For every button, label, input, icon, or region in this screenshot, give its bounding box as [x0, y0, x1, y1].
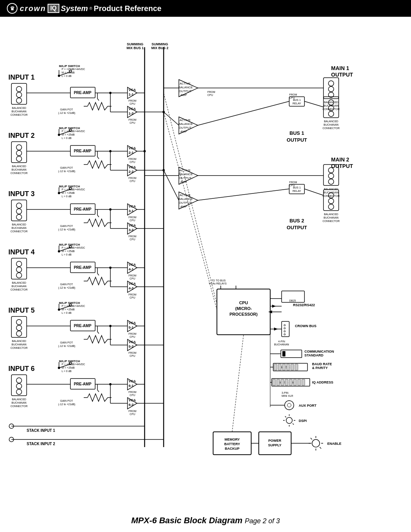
- svg-text:M = +25dB: M = +25dB: [62, 133, 75, 136]
- svg-text:OUTPUT: OUTPUT: [331, 163, 353, 169]
- svg-text:PRE-AMP: PRE-AMP: [74, 149, 91, 153]
- svg-text:BUS 1: BUS 1: [293, 186, 301, 189]
- svg-rect-376: [282, 351, 285, 356]
- svg-text:INPUT 1: INPUT 1: [8, 73, 35, 81]
- svg-text:6-2: 6-2: [129, 403, 134, 407]
- svg-point-221: [16, 383, 22, 389]
- svg-text:P = +25dB/+44VDC: P = +25dB/+44VDC: [62, 363, 85, 366]
- svg-text:FROM: FROM: [289, 93, 297, 96]
- crown-logo: ♛ crown IQ System ® Product Reference: [6, 3, 161, 14]
- svg-text:AMP: AMP: [180, 93, 187, 97]
- svg-text:STACK INPUT 2: STACK INPUT 2: [27, 442, 55, 446]
- svg-point-220: [16, 378, 22, 383]
- svg-rect-397: [289, 379, 292, 385]
- svg-text:AUX PORT: AUX PORT: [299, 404, 317, 407]
- svg-text:BALANCED: BALANCED: [12, 281, 26, 284]
- svg-text:CONNECTOR: CONNECTOR: [11, 113, 28, 116]
- svg-text:CONNECTOR: CONNECTOR: [323, 195, 340, 197]
- svg-text:P = +25dB/+44VDC: P = +25dB/+44VDC: [62, 246, 85, 249]
- svg-text:3-1: 3-1: [129, 209, 134, 213]
- svg-text:4-1: 4-1: [129, 267, 134, 271]
- svg-rect-400: [302, 379, 305, 385]
- svg-text:CONNECTOR: CONNECTOR: [323, 108, 340, 110]
- svg-text:& PARITY: & PARITY: [312, 366, 328, 370]
- svg-text:INPUT 3: INPUT 3: [8, 190, 35, 198]
- svg-text:ACTIVE: ACTIVE: [180, 169, 191, 172]
- svg-text:VCA: VCA: [129, 204, 136, 208]
- svg-text:(-12 to +21dB): (-12 to +21dB): [58, 112, 75, 115]
- svg-text:ACTIVE: ACTIVE: [180, 82, 191, 85]
- svg-point-54: [16, 156, 22, 161]
- svg-text:RELAY: RELAY: [293, 190, 301, 192]
- svg-text:BAUD RATE: BAUD RATE: [312, 362, 332, 366]
- svg-text:CPU: CPU: [130, 296, 135, 299]
- svg-point-138: [16, 273, 22, 278]
- svg-text:BALANCED: BALANCED: [324, 213, 338, 216]
- svg-text:L = 0 dB: L = 0 dB: [62, 75, 72, 77]
- svg-line-74: [97, 157, 99, 159]
- svg-text:MEMORY: MEMORY: [225, 438, 240, 441]
- svg-text:BUCHANAN: BUCHANAN: [11, 401, 26, 404]
- svg-text:BALANCED: BALANCED: [324, 101, 338, 104]
- svg-text:CPU: CPU: [130, 238, 135, 241]
- svg-point-426: [312, 439, 320, 447]
- svg-text:P = +25dB/+44VDC: P = +25dB/+44VDC: [62, 305, 85, 307]
- svg-point-12: [16, 98, 22, 103]
- svg-text:(-12 to +21dB): (-12 to +21dB): [58, 345, 75, 348]
- svg-text:4-PIN: 4-PIN: [278, 340, 285, 343]
- svg-text:FROM: FROM: [129, 274, 137, 277]
- svg-text:MAIN 2: MAIN 2: [331, 157, 349, 163]
- svg-text:FROM: FROM: [129, 177, 137, 179]
- svg-text:ENABLE: ENABLE: [327, 442, 341, 446]
- svg-text:BUS 1: BUS 1: [293, 99, 301, 101]
- svg-text:BUS 1: BUS 1: [290, 130, 304, 136]
- svg-point-369: [284, 334, 285, 335]
- svg-text:OUTPUT: OUTPUT: [179, 126, 191, 129]
- svg-text:GAIN POT: GAIN POT: [60, 341, 73, 344]
- system-label: System: [61, 4, 88, 13]
- svg-text:2-2: 2-2: [129, 170, 134, 174]
- svg-text:COMMUNICATION: COMMUNICATION: [304, 350, 334, 353]
- svg-text:BUCHANAN: BUCHANAN: [274, 343, 289, 346]
- svg-text:CONNECTOR: CONNECTOR: [323, 127, 340, 129]
- svg-text:OUTPUT: OUTPUT: [179, 176, 191, 180]
- svg-text:CONNECTOR: CONNECTOR: [11, 347, 28, 349]
- svg-text:P = +25dB/+44VDC: P = +25dB/+44VDC: [62, 130, 85, 133]
- svg-point-405: [285, 401, 294, 410]
- svg-text:PRE-AMP: PRE-AMP: [74, 265, 91, 270]
- svg-rect-394: [277, 379, 280, 385]
- svg-text:GAIN POT: GAIN POT: [60, 283, 73, 286]
- svg-text:VCA: VCA: [129, 263, 136, 267]
- svg-text:DB25: DB25: [289, 299, 296, 302]
- svg-text:1-1: 1-1: [129, 93, 134, 96]
- svg-text:BALANCED: BALANCED: [12, 398, 26, 401]
- svg-text:5-1: 5-1: [129, 326, 134, 329]
- svg-text:CPU: CPU: [130, 355, 135, 357]
- svg-text:SUPPLY: SUPPLY: [268, 443, 281, 447]
- svg-text:RS232/RS422: RS232/RS422: [293, 303, 315, 307]
- svg-text:FROM: FROM: [289, 181, 297, 184]
- svg-text:TO: TO: [211, 279, 215, 282]
- svg-text:(-12 to +21dB): (-12 to +21dB): [58, 170, 75, 173]
- block-diagram-svg: SUMMING MIX BUS 1 SUMMING MIX BUS 2 INPU…: [0, 17, 411, 512]
- svg-text:CPU: CPU: [130, 121, 135, 124]
- svg-text:(-12 to +21dB): (-12 to +21dB): [58, 228, 75, 231]
- svg-text:GAIN POT: GAIN POT: [60, 108, 73, 111]
- svg-text:STANDARD: STANDARD: [304, 353, 323, 357]
- svg-rect-383: [278, 364, 281, 370]
- svg-text:P = +25dB/+44VDC: P = +25dB/+44VDC: [62, 68, 85, 70]
- svg-text:BALANCED: BALANCED: [12, 107, 26, 109]
- svg-text:VCA: VCA: [129, 379, 136, 383]
- svg-text:TO BUS: TO BUS: [216, 279, 226, 282]
- svg-text:3-2: 3-2: [129, 228, 134, 232]
- svg-text:VCA: VCA: [129, 398, 136, 402]
- svg-text:CONNECTOR: CONNECTOR: [11, 288, 28, 291]
- svg-text:M = +25dB: M = +25dB: [62, 71, 75, 74]
- svg-text:BUCHANAN: BUCHANAN: [11, 343, 26, 346]
- svg-text:L = 0 dB: L = 0 dB: [62, 312, 72, 314]
- header: ♛ crown IQ System ® Product Reference: [0, 0, 411, 17]
- svg-text:CPU: CPU: [130, 394, 135, 396]
- svg-text:M = +25dB: M = +25dB: [62, 192, 75, 194]
- svg-text:MINI XLR: MINI XLR: [282, 395, 293, 397]
- svg-text:CPU: CPU: [130, 335, 135, 338]
